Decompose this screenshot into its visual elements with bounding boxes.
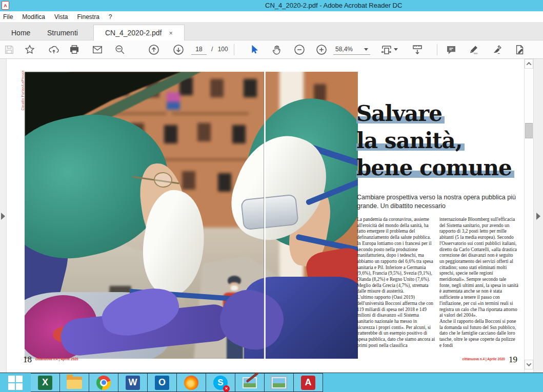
word-icon: W (126, 376, 140, 390)
menu-help[interactable]: ? (104, 13, 117, 20)
tools-pane-collapsed[interactable] (533, 59, 543, 373)
headline-line-2: la sanità, (356, 128, 465, 153)
share-button[interactable] (47, 43, 61, 57)
chevron-down-icon[interactable] (394, 48, 398, 51)
tab-bar: Home Strumenti CN_4_2020-2.pdf × (0, 22, 543, 40)
fit-width-button[interactable] (379, 43, 394, 57)
search-button[interactable] (113, 43, 127, 57)
taskbar-paint[interactable] (235, 373, 265, 392)
print-button[interactable] (67, 43, 82, 57)
vertical-scrollbar[interactable] (524, 59, 533, 373)
page-footer-left: 18 cittànuova n.4 | Aprile 2020 (23, 355, 82, 364)
title-bar: A CN_4_2020-2.pdf - Adobe Acrobat Reader… (0, 0, 543, 11)
brush-icon (246, 372, 258, 382)
zoom-in-button[interactable] (314, 43, 329, 57)
hand-tool-button[interactable] (270, 43, 284, 57)
next-page-button[interactable] (171, 43, 186, 57)
highlight-button[interactable] (467, 43, 481, 57)
page-separator: / (211, 46, 213, 53)
tab-document[interactable]: CN_4_2020-2.pdf × (93, 25, 185, 40)
taskbar-acrobat[interactable]: A (294, 373, 323, 392)
acrobat-app-icon: A (2, 1, 9, 10)
article-headline: Salvare la sanità, bene comune (356, 100, 514, 181)
print-icon (69, 44, 80, 55)
star-icon (24, 44, 35, 55)
windows-logo-icon (8, 376, 23, 390)
chevron-up-icon (527, 62, 532, 67)
email-button[interactable] (90, 43, 105, 57)
acrobat-icon: A (301, 376, 315, 390)
chevron-down-icon (364, 48, 368, 51)
article-body-column-1: La pandemia da coronavirus, assieme all'… (357, 217, 436, 358)
close-icon[interactable]: × (169, 30, 173, 36)
taskbar-outlook[interactable]: O (148, 373, 177, 392)
taskbar-firefox[interactable] (177, 373, 206, 392)
zoom-out-button[interactable] (292, 43, 307, 57)
page-number-input[interactable]: 18 (191, 44, 207, 55)
scrolling-mode-button[interactable] (410, 43, 425, 57)
hand-icon (271, 44, 283, 55)
nav-pane-collapsed[interactable] (0, 59, 7, 373)
headline-line-1: Salvare (356, 101, 445, 126)
arrow-up-circle-icon (148, 44, 160, 56)
select-tool-button[interactable] (247, 43, 262, 57)
taskbar-chrome[interactable] (89, 373, 118, 392)
photos-icon (272, 377, 286, 388)
chrome-icon (96, 376, 111, 390)
chevron-down-icon (527, 361, 532, 366)
expand-tools-pane-icon[interactable] (536, 213, 540, 220)
start-button[interactable] (0, 373, 31, 392)
tab-document-label: CN_4_2020-2.pdf (105, 29, 162, 37)
scrollbar-down-button[interactable] (525, 360, 533, 369)
menu-file[interactable]: File (0, 13, 17, 20)
page-gutter-line (264, 72, 266, 359)
comment-button[interactable] (444, 43, 458, 57)
taskbar-photos[interactable] (265, 373, 294, 392)
star-button[interactable] (23, 43, 37, 57)
minus-circle-icon (293, 44, 306, 56)
scrollbar-thumb[interactable] (525, 123, 533, 138)
arrow-down-circle-icon (172, 44, 185, 56)
email-icon (92, 44, 103, 55)
file-explorer-icon (67, 377, 82, 389)
menu-finestra[interactable]: Finestra (73, 13, 104, 20)
toolbar-separator (234, 44, 234, 55)
photo-right-nurse-goggles (240, 194, 299, 231)
taskbar-skype[interactable]: S × (206, 373, 235, 392)
outlook-icon: O (155, 376, 169, 390)
tab-strumenti[interactable]: Strumenti (40, 25, 85, 40)
scrolling-mode-icon (411, 44, 424, 56)
magazine-footer-text: cittànuova n.4 | Aprile 2020 (35, 357, 78, 361)
taskbar-excel[interactable]: X (31, 373, 60, 392)
window-title: CN_4_2020-2.pdf - Adobe Acrobat Reader D… (265, 2, 402, 9)
article-photo (25, 72, 358, 359)
magazine-footer-text: cittànuova n.4 | Aprile 2020 (462, 357, 505, 361)
headline-line-3: bene comune (356, 155, 514, 180)
zoom-level-input[interactable]: 58,4% (333, 44, 370, 55)
pdf-page: Claudio Furlan/LaPresse (7, 59, 524, 373)
taskbar-file-explorer[interactable] (60, 373, 89, 392)
taskbar: X W O S × A (0, 373, 543, 392)
article-body-column-2: internazionale Bloomberg sull'efficacia … (439, 217, 518, 358)
previous-page-button[interactable] (147, 43, 161, 57)
page-total-label: / 100 (211, 46, 228, 53)
scrollbar-up-button[interactable] (525, 59, 533, 69)
save-button[interactable] (2, 43, 16, 57)
selection-corners-icon (270, 376, 288, 390)
menu-vista[interactable]: Vista (50, 13, 72, 20)
menu-bar: File Modifica Vista Finestra ? (0, 11, 543, 22)
save-icon (4, 44, 15, 55)
menu-modifica[interactable]: Modifica (17, 13, 50, 20)
taskbar-word[interactable]: W (118, 373, 148, 392)
document-viewport: Claudio Furlan/LaPresse (0, 59, 543, 373)
fill-sign-button[interactable] (490, 43, 505, 57)
expand-nav-pane-icon[interactable] (1, 213, 5, 220)
search-icon (114, 44, 126, 55)
toolbar: 18 / 100 58,4% (0, 40, 543, 59)
tab-home[interactable]: Home (4, 25, 37, 40)
highlighter-icon (468, 44, 479, 55)
edit-pdf-button[interactable] (513, 43, 527, 57)
toolbar-separator (437, 44, 437, 55)
zoom-level-value: 58,4% (335, 46, 353, 53)
firefox-icon (184, 376, 198, 390)
